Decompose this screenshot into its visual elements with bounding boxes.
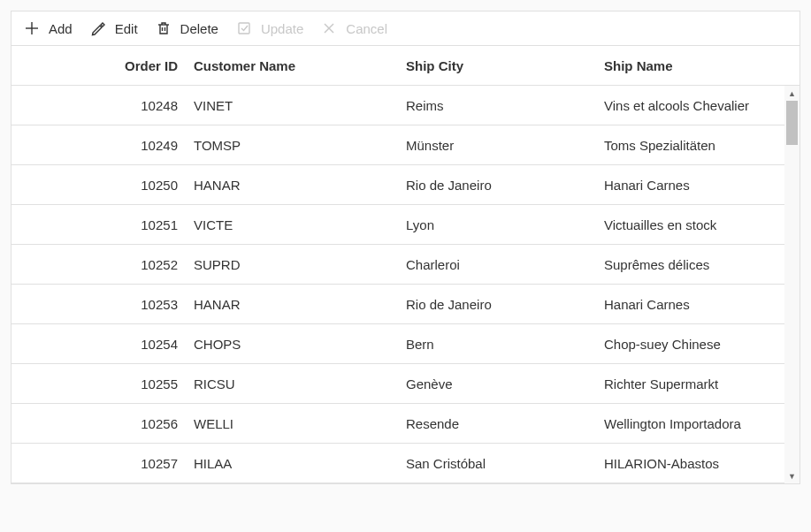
table-row[interactable]: 10252SUPRDCharleroiSuprêmes délices: [11, 245, 800, 285]
table-row[interactable]: 10249TOMSPMünsterToms Spezialitäten: [11, 125, 800, 165]
column-header-shipcity[interactable]: Ship City: [401, 58, 599, 73]
grid-body: 10248VINETReimsVins et alcools Chevalier…: [11, 86, 800, 483]
trash-icon: [156, 20, 172, 36]
table-row[interactable]: 10253HANARRio de JaneiroHanari Carnes: [11, 285, 800, 324]
cell-shipcity: Resende: [401, 416, 599, 431]
add-label: Add: [49, 21, 73, 36]
cell-customer: HANAR: [188, 297, 401, 312]
table-row[interactable]: 10256WELLIResendeWellington Importadora: [11, 404, 800, 444]
cell-shipcity: Münster: [401, 138, 599, 153]
cell-shipcity: Bern: [401, 337, 599, 352]
column-header-shipname[interactable]: Ship Name: [599, 58, 800, 73]
toolbar: Add Edit Delete Update Cancel: [11, 11, 800, 46]
cell-orderid: 10250: [109, 178, 188, 193]
cell-orderid: 10254: [109, 337, 188, 352]
cell-shipcity: Rio de Janeiro: [401, 297, 599, 312]
cell-shipname: Richter Supermarkt: [599, 376, 800, 391]
edit-label: Edit: [115, 21, 138, 36]
cell-orderid: 10249: [109, 138, 188, 153]
cell-customer: WELLI: [188, 416, 401, 431]
cell-shipcity: Reims: [401, 98, 599, 113]
cell-shipname: Chop-suey Chinese: [599, 337, 800, 352]
pencil-icon: [90, 20, 106, 36]
update-button: Update: [236, 20, 303, 36]
cell-shipname: Toms Spezialitäten: [599, 138, 800, 153]
cell-customer: CHOPS: [188, 337, 401, 352]
cancel-icon: [321, 20, 337, 36]
cell-orderid: 10257: [109, 456, 188, 471]
scrollbar[interactable]: ▲ ▼: [784, 86, 800, 483]
table-row[interactable]: 10251VICTELyonVictuailles en stock: [11, 205, 800, 245]
table-row[interactable]: 10250HANARRio de JaneiroHanari Carnes: [11, 165, 800, 205]
save-icon: [236, 20, 252, 36]
cell-orderid: 10248: [109, 98, 188, 113]
table-header: Order ID Customer Name Ship City Ship Na…: [11, 46, 800, 86]
scroll-down-arrow[interactable]: ▼: [784, 468, 800, 483]
add-button[interactable]: Add: [24, 20, 73, 36]
cell-shipname: Vins et alcools Chevalier: [599, 98, 800, 113]
cell-customer: HILAA: [188, 456, 401, 471]
table-row[interactable]: 10257HILAASan CristóbalHILARION-Abastos: [11, 444, 800, 483]
plus-icon: [24, 20, 40, 36]
cell-shipname: Hanari Carnes: [599, 297, 800, 312]
cell-orderid: 10253: [109, 297, 188, 312]
cell-shipcity: San Cristóbal: [401, 456, 599, 471]
scroll-up-arrow[interactable]: ▲: [784, 86, 800, 101]
update-label: Update: [261, 21, 303, 36]
cell-shipcity: Genève: [401, 376, 599, 391]
cell-orderid: 10256: [109, 416, 188, 431]
svg-rect-4: [239, 23, 249, 34]
data-grid: Add Edit Delete Update Cancel: [11, 11, 800, 484]
cell-customer: VINET: [188, 98, 401, 113]
cell-shipname: Wellington Importadora: [599, 416, 800, 431]
cell-shipcity: Lyon: [401, 217, 599, 232]
scroll-thumb[interactable]: [786, 101, 798, 145]
cell-orderid: 10251: [109, 217, 188, 232]
cell-shipcity: Rio de Janeiro: [401, 178, 599, 193]
cancel-button: Cancel: [321, 20, 387, 36]
cell-customer: RICSU: [188, 376, 401, 391]
delete-label: Delete: [180, 21, 218, 36]
table-row[interactable]: 10248VINETReimsVins et alcools Chevalier: [11, 86, 800, 125]
cell-shipname: HILARION-Abastos: [599, 456, 800, 471]
cell-customer: TOMSP: [188, 138, 401, 153]
table-row[interactable]: 10255RICSUGenèveRichter Supermarkt: [11, 364, 800, 404]
scroll-track[interactable]: [784, 101, 800, 468]
cell-customer: HANAR: [188, 178, 401, 193]
column-header-orderid[interactable]: Order ID: [109, 58, 188, 73]
cell-orderid: 10255: [109, 376, 188, 391]
cell-shipname: Hanari Carnes: [599, 178, 800, 193]
cell-shipcity: Charleroi: [401, 257, 599, 272]
cell-shipname: Suprêmes délices: [599, 257, 800, 272]
cell-customer: SUPRD: [188, 257, 401, 272]
delete-button[interactable]: Delete: [156, 20, 218, 36]
cell-orderid: 10252: [109, 257, 188, 272]
cancel-label: Cancel: [346, 21, 387, 36]
edit-button[interactable]: Edit: [90, 20, 138, 36]
column-header-customer[interactable]: Customer Name: [188, 58, 401, 73]
cell-customer: VICTE: [188, 217, 401, 232]
table-row[interactable]: 10254CHOPSBernChop-suey Chinese: [11, 324, 800, 364]
cell-shipname: Victuailles en stock: [599, 217, 800, 232]
